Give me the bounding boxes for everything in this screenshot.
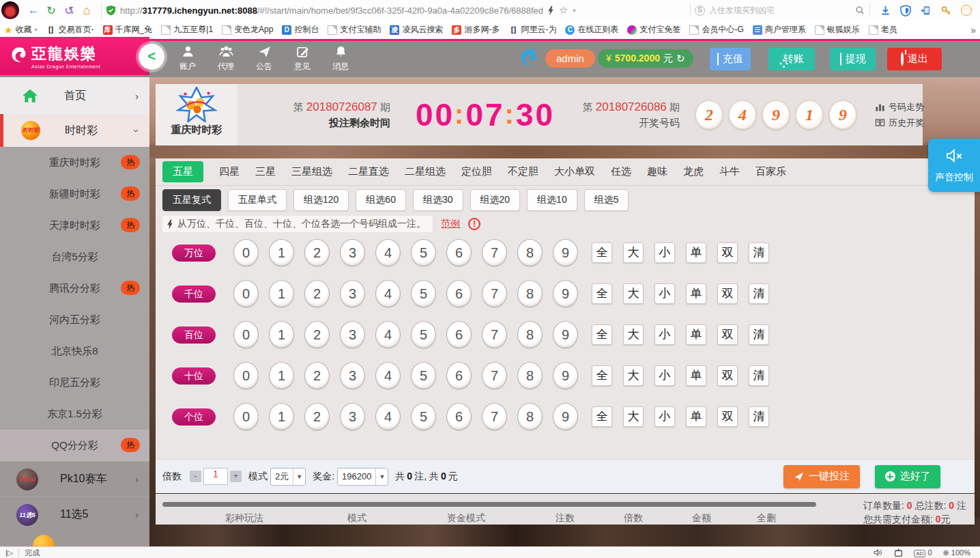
prize-select[interactable]: 196200▼ <box>337 468 388 486</box>
bookmark-item[interactable]: 支付宝辅助 <box>328 24 381 36</box>
digit-ball[interactable]: 1 <box>269 321 294 348</box>
digit-ball[interactable]: 2 <box>304 362 330 389</box>
bookmark-item[interactable]: 老员 <box>869 24 897 36</box>
digit-ball[interactable]: 6 <box>446 403 472 430</box>
refresh-icon[interactable]: ↻ <box>42 4 60 17</box>
digit-ball[interactable]: 2 <box>304 403 330 430</box>
quick-button[interactable]: 小 <box>654 283 675 304</box>
bet-subtab[interactable]: 组选30 <box>413 189 463 211</box>
sidebar-item-partial[interactable] <box>0 532 149 546</box>
action-button-transfer[interactable]: 转账 <box>768 48 815 70</box>
digit-ball[interactable]: 9 <box>553 403 578 430</box>
sidebar-item[interactable]: QQ分分彩热 <box>0 430 149 461</box>
quick-button[interactable]: 双 <box>717 406 738 427</box>
quick-button[interactable]: 全 <box>592 406 612 427</box>
bookmark-item[interactable]: ☰商户管理系 <box>753 24 806 36</box>
header-nav-plane[interactable]: 公告 <box>248 44 280 72</box>
browser-menu-icon[interactable]: ⋯ <box>961 5 972 16</box>
digit-ball[interactable]: 8 <box>517 280 543 307</box>
phone-sync-icon[interactable] <box>920 5 932 16</box>
sidebar-item-ssc[interactable]: 时时彩 时时彩 › <box>0 114 149 147</box>
example-link[interactable]: 范例 <box>441 218 460 230</box>
bet-subtab[interactable]: 五星复式 <box>162 189 221 211</box>
bet-tab[interactable]: 四星 <box>219 165 240 178</box>
quick-button[interactable]: 大 <box>623 324 644 345</box>
header-nav-bell[interactable]: 消息 <box>325 44 356 72</box>
digit-ball[interactable]: 9 <box>553 280 578 307</box>
digit-ball[interactable]: 6 <box>446 321 472 348</box>
sidebar-item[interactable]: 北京快乐8 <box>0 335 149 367</box>
back-icon[interactable]: ← <box>25 4 42 16</box>
quick-button[interactable]: 大 <box>623 406 644 427</box>
digit-ball[interactable]: 6 <box>446 362 472 389</box>
digit-ball[interactable]: 8 <box>517 239 543 266</box>
bookmarks-overflow-icon[interactable]: » <box>970 25 976 36</box>
digit-ball[interactable]: 9 <box>553 362 578 389</box>
digit-ball[interactable]: 9 <box>553 321 578 348</box>
bet-subtab[interactable]: 组选60 <box>356 189 406 211</box>
search-engine-icon[interactable]: S <box>695 5 705 16</box>
quick-button[interactable]: 双 <box>717 283 738 304</box>
digit-ball[interactable]: 7 <box>482 403 507 430</box>
digit-ball[interactable]: 7 <box>482 239 507 266</box>
warning-icon[interactable]: ! <box>468 218 480 230</box>
status-zoom[interactable]: ⊕ 100% <box>943 548 970 557</box>
status-capture-icon[interactable] <box>894 548 903 557</box>
digit-ball[interactable]: 3 <box>340 403 365 430</box>
bet-tab[interactable]: 百家乐 <box>755 165 786 178</box>
refresh-balance-icon[interactable]: ↻ <box>676 49 685 68</box>
sidebar-item-game[interactable]: 11选511选5› <box>0 497 149 532</box>
digit-ball[interactable]: 2 <box>304 239 330 266</box>
quick-button[interactable]: 全 <box>592 242 612 263</box>
quick-button[interactable]: 单 <box>686 283 706 304</box>
bet-tab[interactable]: 二星直选 <box>348 165 389 178</box>
orders-scrollbar[interactable] <box>162 502 816 507</box>
digit-ball[interactable]: 0 <box>233 362 259 389</box>
digit-ball[interactable]: 4 <box>375 239 401 266</box>
digit-ball[interactable]: 4 <box>375 403 401 430</box>
digit-ball[interactable]: 5 <box>411 321 436 348</box>
quick-button[interactable]: 全 <box>592 365 612 386</box>
download-icon[interactable] <box>880 5 891 16</box>
digit-ball[interactable]: 5 <box>411 403 436 430</box>
bookmark-item[interactable]: 支付宝免签 <box>627 24 680 36</box>
collapse-sidebar-button[interactable]: < <box>139 44 164 70</box>
digit-ball[interactable]: 0 <box>233 403 259 430</box>
undo-icon[interactable]: ↺▾ <box>60 4 78 17</box>
digit-ball[interactable]: 8 <box>517 403 543 430</box>
sound-control-panel[interactable]: 声音控制 <box>928 139 980 192</box>
header-nav-user[interactable]: 账户 <box>172 44 203 72</box>
header-nav-users[interactable]: 代理 <box>210 44 242 72</box>
bookmark-item[interactable]: 多游多网-多 <box>452 24 500 36</box>
quick-button[interactable]: 双 <box>717 242 738 263</box>
bookmark-item[interactable]: 九五至尊|1 <box>161 24 213 36</box>
digit-ball[interactable]: 5 <box>411 362 436 389</box>
bookmark-item[interactable]: C在线正则表 <box>565 24 618 36</box>
digit-ball[interactable]: 2 <box>304 280 330 307</box>
digit-ball[interactable]: 7 <box>482 362 507 389</box>
one-key-bet-button[interactable]: 一键投注 <box>783 465 860 488</box>
sidebar-item[interactable]: 腾讯分分彩热 <box>0 273 149 304</box>
digit-ball[interactable]: 4 <box>375 321 401 348</box>
quick-button[interactable]: 双 <box>717 365 738 386</box>
digit-ball[interactable]: 8 <box>517 362 543 389</box>
star-dropdown-icon[interactable]: ▾ <box>573 8 576 14</box>
bookmark-item[interactable]: 银狐娱乐 <box>815 24 860 36</box>
quick-button[interactable]: 单 <box>686 406 706 427</box>
bookmark-item[interactable]: []阿里云-为 <box>508 24 556 36</box>
orders-clear-all[interactable]: 全删 <box>736 512 797 525</box>
key-icon[interactable] <box>940 5 952 16</box>
quick-button[interactable]: 小 <box>654 406 675 427</box>
quick-button[interactable]: 单 <box>686 242 706 263</box>
bet-tab[interactable]: 斗牛 <box>719 165 740 178</box>
header-nav-edit[interactable]: 意见 <box>287 44 318 72</box>
username-badge[interactable]: admin <box>545 49 595 68</box>
bet-subtab[interactable]: 五星单式 <box>228 189 287 211</box>
status-ad-filter[interactable]: AD 0 <box>914 548 932 557</box>
quick-button[interactable]: 清 <box>749 406 769 427</box>
digit-ball[interactable]: 7 <box>482 321 507 348</box>
digit-ball[interactable]: 0 <box>233 239 259 266</box>
digit-ball[interactable]: 5 <box>411 280 436 307</box>
digit-ball[interactable]: 4 <box>375 280 401 307</box>
bet-subtab[interactable]: 组选120 <box>293 189 349 211</box>
